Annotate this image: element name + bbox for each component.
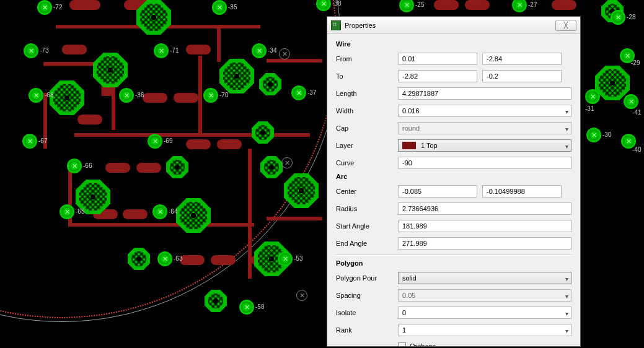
via-label: -63	[174, 255, 182, 262]
via-label: -68	[45, 92, 53, 98]
trace	[74, 133, 310, 137]
drill-hole	[296, 290, 307, 301]
properties-dialog: Properties ╳ Wire From 0.01 -2.84 To -2.…	[327, 16, 581, 347]
layer-swatch	[402, 142, 416, 149]
via	[212, 0, 227, 15]
smd-pad	[211, 255, 236, 265]
smd-pad	[123, 209, 148, 219]
smd-pad	[69, 0, 100, 10]
end-angle-field[interactable]: 271.989	[398, 237, 571, 250]
radius-field[interactable]: 2.73664936	[398, 202, 571, 215]
pad	[166, 156, 188, 178]
smd-pad	[217, 139, 242, 149]
via-label: -25	[415, 1, 424, 8]
via-label: -70	[219, 92, 228, 98]
smd-pad	[465, 0, 490, 10]
via	[22, 134, 37, 149]
cap-combo[interactable]: round	[398, 122, 571, 134]
via	[148, 134, 162, 149]
start-angle-field[interactable]: 181.989	[398, 220, 571, 232]
smd-pad	[136, 163, 161, 173]
via	[291, 85, 306, 100]
width-combo[interactable]: 0.016	[398, 105, 571, 117]
via	[611, 10, 625, 25]
end-angle-label: End Angle	[336, 240, 398, 247]
via	[252, 43, 267, 58]
app-icon	[331, 20, 341, 30]
length-label: Length	[336, 90, 398, 97]
via	[24, 43, 38, 58]
isolate-combo[interactable]: 0	[398, 307, 571, 319]
dialog-titlebar[interactable]: Properties ╳	[327, 17, 580, 34]
via-label: -28	[627, 14, 635, 20]
via-label: -71	[170, 47, 179, 54]
from-label: From	[336, 55, 398, 63]
via	[60, 204, 74, 219]
via-label: -34	[268, 47, 276, 54]
layer-combo[interactable]: 1 Top	[398, 139, 571, 152]
via-label: -69	[164, 137, 172, 144]
curve-field[interactable]: -90	[398, 157, 571, 169]
pad	[595, 66, 630, 100]
length-field[interactable]: 4.29871887	[398, 87, 571, 100]
via-label: -27	[528, 1, 537, 8]
via-label: -66	[83, 162, 92, 169]
via	[278, 251, 293, 266]
radius-label: Radius	[336, 205, 398, 212]
layer-value: 1 Top	[421, 142, 438, 149]
section-arc: Arc	[336, 173, 571, 180]
smd-pad	[552, 0, 576, 10]
orphans-label: Orphans	[410, 342, 436, 346]
smd-pad	[434, 0, 459, 10]
pad	[128, 248, 150, 270]
trace	[198, 56, 202, 136]
close-button[interactable]: ╳	[555, 20, 576, 31]
to-y-field[interactable]: -0.2	[482, 70, 562, 82]
via-label: -31	[585, 105, 594, 112]
smd-pad	[62, 45, 87, 54]
center-x-field[interactable]: -0.085	[398, 185, 477, 198]
via-label: -41	[632, 109, 641, 116]
pad	[205, 290, 227, 312]
dialog-body: Wire From 0.01 -2.84 To -2.82 -0.2 Lengt…	[327, 34, 580, 346]
pad	[50, 80, 84, 115]
via	[37, 0, 52, 15]
via-label: -37	[307, 89, 316, 96]
drill-hole	[279, 48, 290, 59]
center-y-field[interactable]: -0.10499988	[482, 185, 562, 198]
smd-pad	[180, 255, 205, 265]
via-label: -30	[602, 131, 611, 138]
via-label: -67	[38, 137, 47, 144]
trace	[267, 59, 322, 63]
width-label: Width	[336, 107, 398, 115]
pour-combo[interactable]: solid	[398, 272, 571, 284]
via-label: -38	[332, 0, 341, 7]
close-icon: ╳	[564, 22, 568, 28]
pad	[93, 53, 128, 87]
via	[119, 88, 134, 103]
smd-pad	[174, 93, 198, 103]
spacing-combo[interactable]: 0.05	[398, 289, 571, 302]
via	[152, 204, 167, 219]
rank-combo[interactable]: 1	[398, 324, 571, 336]
to-label: To	[336, 72, 398, 80]
via	[29, 88, 43, 103]
center-label: Center	[336, 188, 398, 195]
via	[157, 251, 172, 266]
layer-label: Layer	[336, 142, 398, 149]
start-angle-label: Start Angle	[336, 222, 398, 230]
rank-label: Rank	[336, 326, 398, 334]
via-label: -64	[169, 208, 177, 215]
from-y-field[interactable]: -2.84	[482, 53, 562, 65]
via-label: -72	[53, 4, 62, 11]
from-x-field[interactable]: 0.01	[398, 53, 477, 65]
dialog-title: Properties	[345, 22, 555, 29]
via-label: -35	[228, 4, 237, 11]
orphans-checkbox[interactable]	[398, 342, 406, 347]
curve-label: Curve	[336, 159, 398, 167]
to-x-field[interactable]: -2.82	[398, 70, 477, 82]
section-polygon: Polygon	[336, 259, 571, 267]
via	[512, 0, 527, 12]
cap-label: Cap	[336, 124, 398, 132]
pad	[259, 73, 281, 95]
